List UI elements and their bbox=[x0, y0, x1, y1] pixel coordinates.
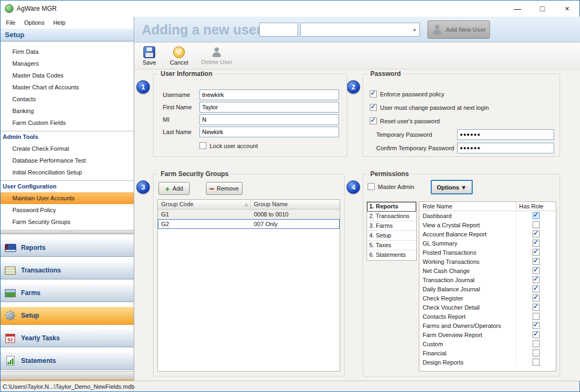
role-row[interactable]: GL Summary bbox=[419, 239, 556, 248]
sidebar-item-create-check-format[interactable]: Create Check Format bbox=[1, 143, 134, 155]
nav-reports[interactable]: Reports bbox=[1, 239, 134, 257]
sidebar-item-maintain-user-accounts[interactable]: Maintain User Accounts bbox=[1, 192, 134, 204]
role-row[interactable]: Check Voucher Detail bbox=[419, 303, 556, 312]
role-checkbox[interactable] bbox=[533, 249, 540, 256]
sidebar-user-configuration-header: User Configuration bbox=[1, 180, 134, 192]
category-taxes[interactable]: 5. Taxes bbox=[367, 241, 416, 250]
role-checkbox[interactable] bbox=[533, 240, 540, 247]
role-checkbox[interactable] bbox=[533, 212, 540, 219]
sidebar-splitter-handle[interactable]: ····· bbox=[1, 230, 134, 234]
new-username-input[interactable] bbox=[259, 23, 298, 37]
sidebar-item-farm-custom-fields[interactable]: Farm Custom Fields bbox=[1, 117, 134, 129]
sidebar-item-initial-reconciliation-setup[interactable]: Initial Reconciliation Setup bbox=[1, 166, 134, 178]
role-checkbox[interactable] bbox=[533, 258, 540, 265]
menu-options[interactable]: Options bbox=[20, 18, 49, 27]
user-select-combo[interactable]: ▾ bbox=[300, 23, 420, 37]
nav-farms[interactable]: Farms bbox=[1, 284, 134, 302]
role-row[interactable]: View a Crystal Report bbox=[419, 220, 556, 229]
role-row[interactable]: Net Cash Change bbox=[419, 266, 556, 275]
delete-user-button[interactable]: Delete User bbox=[198, 44, 236, 68]
sidebar-item-database-performance-test[interactable]: Database Performance Test bbox=[1, 155, 134, 166]
role-checkbox[interactable] bbox=[533, 267, 540, 274]
options-button[interactable]: Options ▼ bbox=[431, 180, 473, 194]
role-row[interactable]: Custom bbox=[419, 339, 556, 348]
role-row[interactable]: Contacts Report bbox=[419, 312, 556, 321]
temporary-password-field[interactable] bbox=[457, 129, 554, 140]
role-checkbox[interactable] bbox=[533, 295, 540, 302]
role-row[interactable]: Account Balance Report bbox=[419, 229, 556, 239]
menu-help[interactable]: Help bbox=[49, 18, 70, 27]
role-row[interactable]: Check Register bbox=[419, 293, 556, 303]
category-statements[interactable]: 6. Statements bbox=[367, 250, 416, 260]
nav-statements[interactable]: Statements bbox=[1, 352, 134, 370]
reset-password-label: Reset user's password bbox=[380, 118, 440, 124]
table-row[interactable]: G2 007 Only bbox=[158, 219, 340, 229]
sidebar-item-master-data-codes[interactable]: Master Data Codes bbox=[1, 69, 134, 81]
cancel-button[interactable]: ↺ Cancel bbox=[167, 44, 191, 68]
role-checkbox[interactable] bbox=[533, 276, 540, 283]
category-farms[interactable]: 3. Farms bbox=[367, 221, 416, 231]
role-row[interactable]: Transaction Journal bbox=[419, 275, 556, 284]
role-row[interactable]: Working Transactions bbox=[419, 257, 556, 266]
add-new-user-button[interactable]: Add New User bbox=[427, 20, 490, 39]
group-name-header[interactable]: Group Name bbox=[251, 200, 340, 209]
chevron-down-icon[interactable]: ▾ bbox=[410, 23, 419, 36]
must-change-password-checkbox[interactable] bbox=[370, 104, 377, 111]
remove-group-button[interactable]: ▬ Remove bbox=[206, 182, 243, 195]
group-code-header[interactable]: Group Code △ bbox=[158, 200, 251, 209]
sidebar-collapsed-strip[interactable] bbox=[1, 371, 134, 381]
last-name-field[interactable] bbox=[199, 127, 339, 137]
role-row[interactable]: Posted Transactions bbox=[419, 248, 556, 257]
role-checkbox[interactable] bbox=[533, 230, 540, 237]
app-body: File Options Help Setup Firm Data Manage… bbox=[1, 17, 579, 381]
sidebar-item-managers[interactable]: Managers bbox=[1, 58, 134, 69]
sidebar-item-contacts[interactable]: Contacts bbox=[1, 93, 134, 105]
username-field[interactable] bbox=[199, 89, 339, 100]
maximize-button[interactable]: □ bbox=[530, 1, 555, 17]
role-checkbox[interactable] bbox=[533, 340, 540, 347]
role-row[interactable]: Financial bbox=[419, 348, 556, 358]
reset-password-checkbox[interactable] bbox=[370, 117, 377, 124]
role-checkbox[interactable] bbox=[533, 359, 540, 366]
role-checkbox[interactable] bbox=[533, 322, 540, 329]
minimize-button[interactable]: — bbox=[505, 1, 530, 17]
role-row[interactable]: Farm Overview Report bbox=[419, 330, 556, 339]
role-checkbox[interactable] bbox=[533, 313, 540, 320]
first-name-field[interactable] bbox=[199, 102, 339, 113]
nav-yearly-tasks[interactable]: 52 Yearly Tasks bbox=[1, 329, 134, 347]
role-checkbox[interactable] bbox=[533, 304, 540, 311]
enforce-password-policy-checkbox[interactable] bbox=[370, 90, 377, 97]
master-admin-checkbox[interactable] bbox=[368, 183, 375, 190]
category-setup[interactable]: 4. Setup bbox=[367, 231, 416, 241]
role-checkbox[interactable] bbox=[533, 285, 540, 292]
role-row[interactable]: Design Reports bbox=[419, 358, 556, 367]
table-row[interactable]: G1 0008 to 0010 bbox=[158, 209, 340, 219]
sidebar-item-firm-data[interactable]: Firm Data bbox=[1, 46, 134, 58]
save-button[interactable]: Save bbox=[139, 44, 160, 68]
sidebar-item-master-chart-of-accounts[interactable]: Master Chart of Accounts bbox=[1, 81, 134, 93]
role-checkbox[interactable] bbox=[533, 221, 540, 228]
sidebar-item-banking[interactable]: Banking bbox=[1, 105, 134, 117]
statements-document-icon bbox=[4, 355, 17, 367]
nav-setup[interactable]: Setup bbox=[1, 306, 134, 325]
group-code-cell: G2 bbox=[158, 219, 251, 229]
mi-field[interactable] bbox=[199, 114, 339, 125]
sidebar-item-password-policy[interactable]: Password Policy bbox=[1, 204, 134, 216]
category-transactions[interactable]: 2. Transactions bbox=[367, 212, 416, 221]
user-select-combo-value bbox=[301, 23, 410, 36]
role-checkbox[interactable] bbox=[533, 349, 540, 356]
role-row[interactable]: Farms and Owners/Operators bbox=[419, 321, 556, 330]
sidebar-item-farm-security-groups[interactable]: Farm Security Groups bbox=[1, 216, 134, 228]
role-checkbox[interactable] bbox=[533, 331, 540, 338]
role-row[interactable]: Dashboard bbox=[419, 211, 556, 220]
role-row[interactable]: Daily Balance Journal bbox=[419, 284, 556, 293]
category-reports[interactable]: 1. Reports bbox=[367, 202, 416, 212]
lock-user-account-checkbox[interactable] bbox=[199, 142, 206, 149]
nav-transactions[interactable]: Transactions bbox=[1, 261, 134, 279]
close-button[interactable]: × bbox=[555, 1, 579, 17]
permissions-title: Permissions bbox=[368, 170, 411, 178]
panels-area: 1 2 3 4 User Information Username First … bbox=[134, 69, 580, 381]
menu-file[interactable]: File bbox=[2, 18, 20, 27]
add-group-button[interactable]: + Add bbox=[158, 182, 190, 195]
confirm-temporary-password-field[interactable] bbox=[457, 143, 554, 153]
